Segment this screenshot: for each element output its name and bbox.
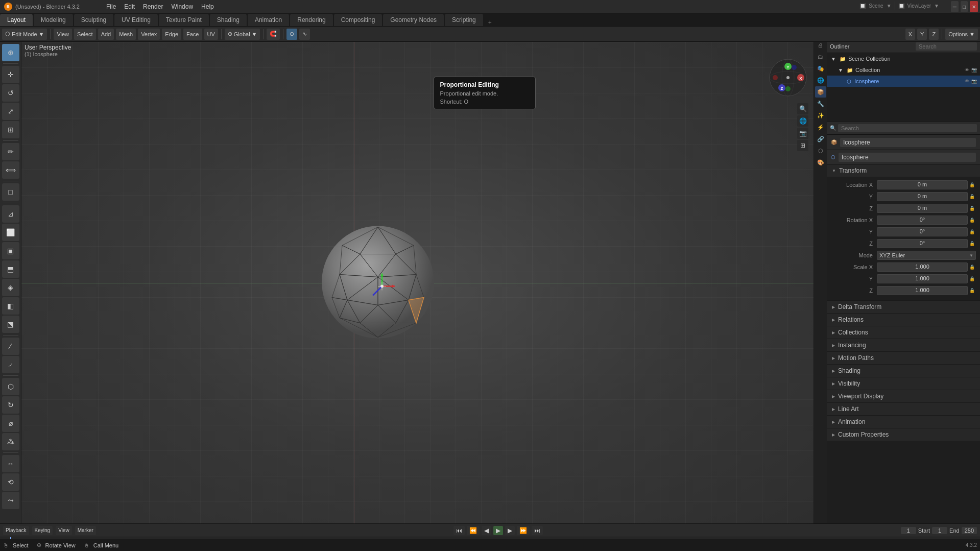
add-workspace-btn[interactable]: + bbox=[484, 19, 496, 26]
uv-menu-btn[interactable]: UV bbox=[204, 29, 218, 40]
collection-visibility[interactable]: 👁 bbox=[965, 67, 969, 73]
tab-compositing[interactable]: Compositing bbox=[334, 14, 383, 26]
rotation-y-lock[interactable]: 🔒 bbox=[968, 229, 976, 234]
close-btn[interactable]: ✕ bbox=[970, 1, 978, 12]
scale-x-value[interactable]: 1.000 bbox=[877, 262, 968, 272]
object-name-input[interactable] bbox=[840, 138, 976, 147]
prop-icon-object-data[interactable]: ⬡ bbox=[815, 145, 826, 156]
move-tool-btn[interactable]: ✛ bbox=[2, 66, 19, 83]
mesh-menu-btn[interactable]: Mesh bbox=[116, 29, 136, 40]
push-pull-btn[interactable]: ⤳ bbox=[2, 492, 19, 509]
vertex-menu-btn[interactable]: Vertex bbox=[138, 29, 160, 40]
rotation-x-lock[interactable]: 🔒 bbox=[968, 218, 976, 223]
viewport-display-header[interactable]: ▶ Viewport Display bbox=[827, 390, 980, 402]
transform-section-header[interactable]: ▼ Transform bbox=[827, 164, 980, 177]
tab-texture-paint[interactable]: Texture Paint bbox=[159, 14, 209, 26]
collection-render[interactable]: 📷 bbox=[971, 67, 977, 73]
view-menu-btn[interactable]: View bbox=[54, 29, 72, 40]
tab-animation[interactable]: Animation bbox=[248, 14, 289, 26]
knife-btn[interactable]: ∕ bbox=[2, 338, 19, 355]
randomize-btn[interactable]: ⁂ bbox=[2, 433, 19, 450]
xyz-toggle[interactable]: X bbox=[905, 29, 915, 40]
rotation-mode-dropdown[interactable]: XYZ Euler ▼ bbox=[877, 251, 976, 260]
scale-z-value[interactable]: 1.000 bbox=[877, 286, 968, 295]
extrude-vertices-btn[interactable]: ⊿ bbox=[2, 205, 19, 223]
next-keyframe-btn[interactable]: ▶ bbox=[505, 526, 515, 535]
icosphere-visibility[interactable]: 👁 bbox=[965, 79, 969, 84]
inset-btn[interactable]: ⬒ bbox=[2, 260, 19, 278]
location-z-value[interactable]: 0 m bbox=[877, 204, 968, 213]
navigation-gizmo[interactable]: X Y Z bbox=[768, 57, 808, 98]
minimize-btn[interactable]: ─ bbox=[951, 1, 959, 12]
rotation-z-value[interactable]: 0° bbox=[877, 239, 968, 248]
object-data-name-input[interactable] bbox=[839, 153, 976, 162]
location-x-lock[interactable]: 🔒 bbox=[968, 182, 976, 187]
offset-edge-btn[interactable]: ⬔ bbox=[2, 316, 19, 333]
animation-header[interactable]: ▶ Animation bbox=[827, 416, 980, 428]
options-btn[interactable]: Options ▼ bbox=[945, 29, 978, 40]
location-y-lock[interactable]: 🔒 bbox=[968, 194, 976, 199]
z-toggle[interactable]: Z bbox=[929, 29, 939, 40]
y-toggle[interactable]: Y bbox=[917, 29, 927, 40]
menu-edit[interactable]: Edit bbox=[120, 0, 139, 13]
zoom-in-btn[interactable]: 🔍 bbox=[797, 103, 808, 114]
outliner-search-input[interactable] bbox=[916, 42, 977, 51]
jump-end-btn[interactable]: ⏭ bbox=[532, 526, 543, 535]
bevel-btn[interactable]: ◈ bbox=[2, 279, 19, 296]
prop-icon-constraints[interactable]: 🔗 bbox=[815, 133, 826, 145]
prop-icon-material[interactable]: 🎨 bbox=[815, 157, 826, 168]
menu-help[interactable]: Help bbox=[197, 0, 218, 13]
menu-render[interactable]: Render bbox=[139, 0, 167, 13]
smooth-btn[interactable]: ⌀ bbox=[2, 415, 19, 432]
playback-menu-btn[interactable]: Playback bbox=[3, 526, 29, 535]
outliner-collection[interactable]: ▼ 📁 Collection 👁 📷 bbox=[827, 64, 980, 76]
select-menu-btn[interactable]: Select bbox=[74, 29, 96, 40]
end-frame-display[interactable]: 250 bbox=[962, 527, 977, 534]
edge-menu-btn[interactable]: Edge bbox=[162, 29, 181, 40]
play-btn[interactable]: ▶ bbox=[493, 526, 503, 535]
relations-header[interactable]: ▶ Relations bbox=[827, 314, 980, 326]
motion-paths-header[interactable]: ▶ Motion Paths bbox=[827, 352, 980, 364]
rotation-y-value[interactable]: 0° bbox=[877, 227, 968, 236]
mode-selector[interactable]: ⬡ Edit Mode ▼ bbox=[2, 29, 47, 40]
proportional-falloff-btn[interactable]: ∿ bbox=[299, 29, 310, 40]
scale-z-lock[interactable]: 🔒 bbox=[968, 288, 976, 293]
tab-modeling[interactable]: Modeling bbox=[34, 14, 73, 26]
tab-scripting[interactable]: Scripting bbox=[445, 14, 483, 26]
jump-start-btn[interactable]: ⏮ bbox=[453, 526, 465, 535]
rotation-x-value[interactable]: 0° bbox=[877, 215, 968, 225]
tab-layout[interactable]: Layout bbox=[0, 14, 33, 26]
scale-y-value[interactable]: 1.000 bbox=[877, 274, 968, 283]
snap-btn[interactable]: 🧲 bbox=[267, 29, 280, 40]
delta-transform-header[interactable]: ▶ Delta Transform bbox=[827, 301, 980, 313]
tab-rendering[interactable]: Rendering bbox=[290, 14, 332, 26]
visibility-header[interactable]: ▶ Visibility bbox=[827, 377, 980, 390]
proportional-edit-btn[interactable]: ⊙ bbox=[286, 29, 297, 40]
prop-icon-world[interactable]: 🌐 bbox=[815, 75, 826, 86]
prop-icon-view-layer[interactable]: 🗂 bbox=[815, 51, 826, 62]
prop-icon-modifier[interactable]: 🔧 bbox=[815, 98, 826, 109]
instancing-header[interactable]: ▶ Instancing bbox=[827, 339, 980, 351]
measure-tool-btn[interactable]: ⟺ bbox=[2, 161, 19, 179]
location-z-lock[interactable]: 🔒 bbox=[968, 206, 976, 211]
tab-shading[interactable]: Shading bbox=[210, 14, 247, 26]
icosphere-render[interactable]: 📷 bbox=[971, 79, 977, 84]
tab-uv-editing[interactable]: UV Editing bbox=[114, 14, 158, 26]
outliner-scene-collection[interactable]: ▼ 📁 Scene Collection bbox=[827, 53, 980, 64]
rotate-tool-btn[interactable]: ↺ bbox=[2, 84, 19, 102]
next-frame-btn[interactable]: ⏩ bbox=[517, 526, 530, 535]
line-art-header[interactable]: ▶ Line Art bbox=[827, 403, 980, 415]
viewport[interactable]: User Perspective (1) Icosphere bbox=[21, 42, 814, 523]
bisect-btn[interactable]: ⟋ bbox=[2, 356, 19, 373]
shrink-fatten-btn[interactable]: ⟲ bbox=[2, 473, 19, 491]
scale-y-lock[interactable]: 🔒 bbox=[968, 276, 976, 281]
scale-tool-btn[interactable]: ⤢ bbox=[2, 103, 19, 120]
marker-menu-btn[interactable]: Marker bbox=[75, 526, 96, 535]
annotate-tool-btn[interactable]: ✏ bbox=[2, 143, 19, 160]
collections-header[interactable]: ▶ Collections bbox=[827, 326, 980, 339]
custom-properties-header[interactable]: ▶ Custom Properties bbox=[827, 428, 980, 441]
view-menu-btn-tl[interactable]: View bbox=[56, 526, 72, 535]
lock-camera-btn[interactable]: ⊞ bbox=[797, 140, 808, 151]
zoom-out-btn[interactable]: 🌐 bbox=[797, 115, 808, 127]
spin-btn[interactable]: ↻ bbox=[2, 396, 19, 414]
